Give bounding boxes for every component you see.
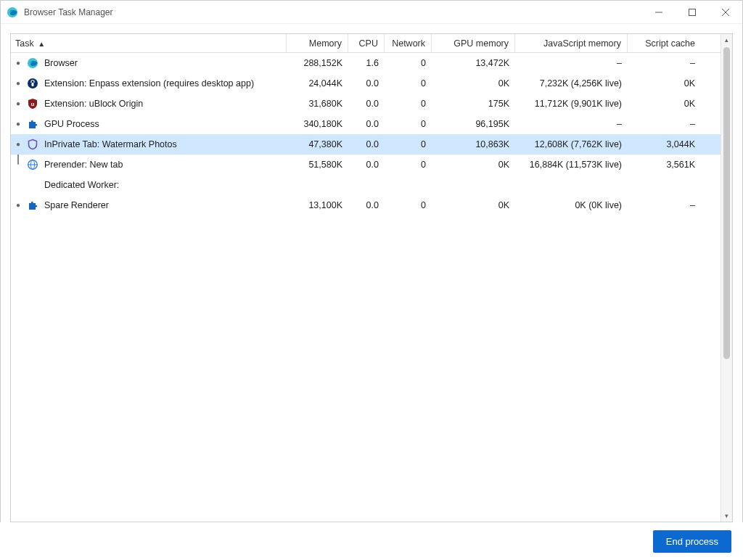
row-bullet-icon: ● (15, 195, 21, 215)
col-header-task[interactable]: Task ▲ (11, 34, 287, 52)
cpu-cell: 0.0 (348, 195, 385, 215)
js-cell: 16,884K (11,573K live) (515, 155, 628, 175)
task-name: Browser (44, 53, 287, 73)
table-row[interactable]: ●InPrivate Tab: Watermark Photos47,380K0… (11, 134, 721, 155)
network-cell: 0 (385, 94, 432, 114)
js-cell: 12,608K (7,762K live) (515, 134, 628, 155)
table-header: Task ▲ Memory CPU Network GPU memory Jav… (11, 34, 732, 53)
col-header-task-label: Task (15, 38, 34, 49)
sort-indicator-icon: ▲ (38, 40, 45, 48)
row-bullet-icon: ● (15, 134, 21, 155)
table-row[interactable]: Dedicated Worker: (11, 175, 721, 195)
gpu-cell: 96,195K (432, 114, 515, 134)
row-bullet-icon: ● (15, 155, 21, 175)
scrollbar-thumb[interactable] (723, 47, 730, 359)
svg-rect-2 (689, 9, 696, 15)
titlebar: Browser Task Manager (1, 1, 742, 24)
task-name: Extension: Enpass extension (requires de… (44, 73, 287, 94)
table-row[interactable]: ●Prerender: New tab51,580K0.000K16,884K … (11, 155, 721, 175)
task-name: Prerender: New tab (44, 155, 287, 175)
svg-text:u: u (31, 101, 35, 107)
cpu-cell: 0.0 (348, 134, 385, 155)
task-cell: ●Prerender: New tab (11, 155, 287, 175)
col-header-memory[interactable]: Memory (287, 34, 348, 52)
memory-cell: 51,580K (287, 155, 348, 175)
js-cell: 0K (0K live) (515, 195, 628, 215)
ublock-icon: u (27, 98, 38, 110)
row-bullet-icon: ● (15, 114, 21, 134)
memory-cell: 31,680K (287, 94, 348, 114)
network-cell: 0 (385, 155, 432, 175)
cpu-cell: 0.0 (348, 155, 385, 175)
table-row[interactable]: ●Extension: Enpass extension (requires d… (11, 73, 721, 94)
row-bullet-icon: ● (15, 73, 21, 94)
table-row[interactable]: ●Spare Renderer13,100K0.000K0K (0K live)… (11, 195, 721, 215)
js-cell: 7,232K (4,256K live) (515, 73, 628, 94)
memory-cell: 288,152K (287, 53, 348, 73)
cpu-cell: 0.0 (348, 94, 385, 114)
globe-icon (27, 159, 38, 170)
task-cell: ●InPrivate Tab: Watermark Photos (11, 134, 287, 155)
task-name: Extension: uBlock Origin (44, 94, 287, 114)
memory-cell: 24,044K (287, 73, 348, 94)
network-cell: 0 (385, 195, 432, 215)
js-cell: 11,712K (9,901K live) (515, 94, 628, 114)
task-name: GPU Process (44, 114, 287, 134)
minimize-button[interactable] (642, 1, 676, 23)
scroll-up-icon[interactable]: ▴ (721, 34, 732, 46)
task-name: InPrivate Tab: Watermark Photos (44, 134, 287, 155)
gpu-cell: 13,472K (432, 53, 515, 73)
table-body: ●Browser288,152K1.6013,472K––●Extension:… (11, 53, 721, 522)
maximize-button[interactable] (676, 1, 709, 23)
network-cell: 0 (385, 53, 432, 73)
cpu-cell: 0.0 (348, 114, 385, 134)
task-cell: ●Extension: Enpass extension (requires d… (11, 73, 287, 94)
table-row[interactable]: ●GPU Process340,180K0.0096,195K–– (11, 114, 721, 134)
window-title: Browser Task Manager (24, 7, 113, 17)
memory-cell: 47,380K (287, 134, 348, 155)
gpu-cell: 0K (432, 73, 515, 94)
puzzle-icon (27, 118, 38, 130)
script-cell: – (628, 53, 704, 73)
gpu-cell: 0K (432, 195, 515, 215)
blank-icon (27, 179, 38, 191)
memory-cell: 340,180K (287, 114, 348, 134)
close-button[interactable] (709, 1, 742, 23)
task-cell: ●Browser (11, 53, 287, 73)
content-area: Task ▲ Memory CPU Network GPU memory Jav… (0, 23, 743, 522)
col-header-js-memory[interactable]: JavaScript memory (515, 34, 628, 52)
shield-icon (27, 139, 38, 150)
col-header-gpu-memory[interactable]: GPU memory (432, 34, 515, 52)
memory-cell: 13,100K (287, 195, 348, 215)
js-cell: – (515, 114, 628, 134)
task-cell: ●GPU Process (11, 114, 287, 134)
edge-icon (7, 7, 18, 18)
gpu-cell: 0K (432, 155, 515, 175)
network-cell: 0 (385, 73, 432, 94)
script-cell: 0K (628, 73, 704, 94)
gpu-cell: 10,863K (432, 134, 515, 155)
script-cell: 0K (628, 94, 704, 114)
table-row[interactable]: ●Browser288,152K1.6013,472K–– (11, 53, 721, 73)
puzzle-icon (27, 199, 38, 211)
table-row[interactable]: ●uExtension: uBlock Origin31,680K0.00175… (11, 94, 721, 114)
col-header-network[interactable]: Network (385, 34, 432, 52)
col-header-script-cache[interactable]: Script cache (628, 34, 704, 52)
network-cell: 0 (385, 114, 432, 134)
cpu-cell: 1.6 (348, 53, 385, 73)
footer: End process (0, 522, 743, 560)
scroll-down-icon[interactable]: ▾ (721, 510, 732, 522)
network-cell: 0 (385, 134, 432, 155)
task-cell: ●uExtension: uBlock Origin (11, 94, 287, 114)
vertical-scrollbar[interactable]: ▴ ▾ (721, 34, 732, 522)
task-cell: ●Spare Renderer (11, 195, 287, 215)
edge-icon (27, 57, 38, 69)
script-cell: – (628, 195, 704, 215)
script-cell: 3,044K (628, 134, 704, 155)
window-controls (642, 1, 742, 23)
end-process-button[interactable]: End process (653, 530, 731, 553)
enpass-icon (27, 78, 38, 89)
col-header-cpu[interactable]: CPU (348, 34, 385, 52)
task-name: Dedicated Worker: (44, 175, 287, 195)
script-cell: – (628, 114, 704, 134)
